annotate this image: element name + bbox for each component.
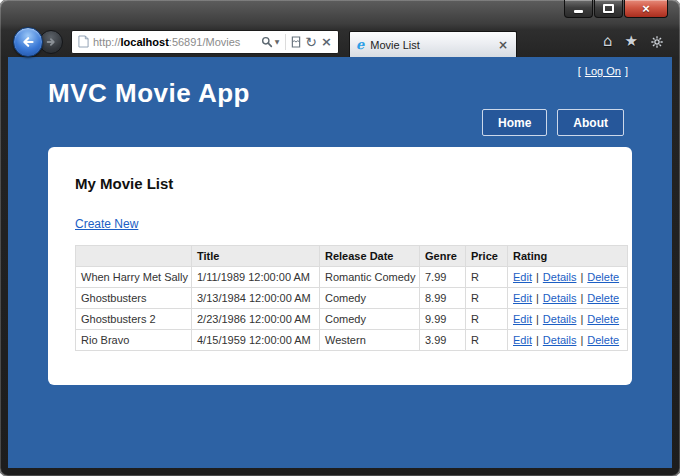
link-separator: | [536, 292, 539, 304]
link-separator: | [580, 313, 583, 325]
cell-genre: Western [320, 330, 420, 351]
browser-toolbar: http://localhost:56891/Movies ▼ ↻ × e Mo… [8, 26, 672, 57]
delete-link[interactable]: Delete [587, 292, 619, 304]
close-button[interactable]: × [624, 0, 668, 18]
cell-price: 9.99 [420, 309, 466, 330]
cell-date: 1/11/1989 12:00:00 AM [192, 267, 320, 288]
address-bar[interactable]: http://localhost:56891/Movies ▼ ↻ × [71, 30, 339, 54]
url-host: localhost [121, 36, 169, 48]
maximize-icon [603, 4, 614, 13]
page-document-icon [78, 35, 89, 48]
ie-favicon-icon: e [356, 37, 364, 52]
content-panel: My Movie List Create New Title Release D… [48, 147, 632, 385]
column-header-blank [76, 246, 192, 267]
edit-link[interactable]: Edit [513, 313, 532, 325]
cell-rating: R [466, 309, 508, 330]
link-separator: | [580, 334, 583, 346]
details-link[interactable]: Details [543, 271, 577, 283]
cell-actions: Edit|Details|Delete [508, 267, 628, 288]
tab-movie-list[interactable]: e Movie List × [349, 31, 517, 57]
page-viewport: [Log On] MVC Movie App Home About My Mov… [8, 57, 672, 468]
cell-price: 7.99 [420, 267, 466, 288]
link-separator: | [536, 313, 539, 325]
cell-actions: Edit|Details|Delete [508, 330, 628, 351]
browser-window: × http://localhost:56891/Movies ▼ [0, 0, 680, 476]
create-new-link[interactable]: Create New [75, 217, 138, 231]
logon-link[interactable]: Log On [585, 65, 621, 77]
minimize-icon [574, 10, 583, 13]
browser-action-icons: ⌂ ★ [603, 34, 664, 49]
delete-link[interactable]: Delete [587, 334, 619, 346]
cell-actions: Edit|Details|Delete [508, 309, 628, 330]
cell-genre: Comedy [320, 288, 420, 309]
table-header-row: Title Release Date Genre Price Rating [76, 246, 628, 267]
logon-area: [Log On] [578, 65, 628, 77]
cell-movie-name: Ghostbusters [76, 288, 192, 309]
main-nav: Home About [482, 109, 624, 136]
close-icon: × [642, 1, 650, 17]
app-title: MVC Movie App [48, 78, 250, 109]
maximize-button[interactable] [594, 0, 623, 18]
column-header-genre: Genre [420, 246, 466, 267]
address-bar-actions: ▼ ↻ × [259, 34, 334, 50]
link-separator: | [536, 334, 539, 346]
details-link[interactable]: Details [543, 313, 577, 325]
column-header-rating: Rating [508, 246, 628, 267]
cell-rating: R [466, 330, 508, 351]
favorites-star-icon[interactable]: ★ [625, 34, 638, 49]
cell-date: 3/13/1984 12:00:00 AM [192, 288, 320, 309]
cell-actions: Edit|Details|Delete [508, 288, 628, 309]
edit-link[interactable]: Edit [513, 334, 532, 346]
cell-movie-name: Rio Bravo [76, 330, 192, 351]
edit-link[interactable]: Edit [513, 271, 532, 283]
cell-date: 4/15/1959 12:00:00 AM [192, 330, 320, 351]
table-row: When Harry Met Sally 1/11/1989 12:00:00 … [76, 267, 628, 288]
refresh-icon[interactable]: ↻ [303, 35, 319, 49]
cell-movie-name: When Harry Met Sally [76, 267, 192, 288]
forward-arrow-icon [45, 36, 57, 48]
cell-date: 2/23/1986 12:00:00 AM [192, 309, 320, 330]
back-button[interactable] [13, 27, 43, 57]
stop-icon[interactable]: × [319, 35, 334, 48]
address-bar-divider [285, 34, 286, 50]
search-icon[interactable] [259, 36, 275, 48]
delete-link[interactable]: Delete [587, 271, 619, 283]
window-controls: × [563, 0, 668, 18]
cell-price: 8.99 [420, 288, 466, 309]
nav-about-button[interactable]: About [557, 109, 624, 136]
page-title: My Movie List [75, 175, 173, 192]
minimize-button[interactable] [564, 0, 593, 18]
delete-link[interactable]: Delete [587, 313, 619, 325]
search-dropdown-icon[interactable]: ▼ [275, 38, 283, 45]
logon-bracket-close: ] [625, 65, 628, 77]
tools-gear-icon[interactable] [650, 35, 664, 49]
cell-genre: Romantic Comedy [320, 267, 420, 288]
details-link[interactable]: Details [543, 292, 577, 304]
compatibility-view-icon[interactable] [289, 36, 303, 48]
url-path: :56891/Movies [169, 36, 241, 48]
logon-bracket-open: [ [578, 65, 581, 77]
home-icon[interactable]: ⌂ [603, 34, 613, 49]
table-row: Ghostbusters 2 2/23/1986 12:00:00 AM Com… [76, 309, 628, 330]
tab-title: Movie List [370, 39, 496, 51]
details-link[interactable]: Details [543, 334, 577, 346]
movies-table: Title Release Date Genre Price Rating Wh… [75, 245, 628, 351]
cell-price: 3.99 [420, 330, 466, 351]
table-row: Rio Bravo 4/15/1959 12:00:00 AM Western … [76, 330, 628, 351]
link-separator: | [580, 292, 583, 304]
nav-home-button[interactable]: Home [482, 109, 547, 136]
link-separator: | [536, 271, 539, 283]
tab-close-icon[interactable]: × [496, 38, 510, 52]
edit-link[interactable]: Edit [513, 292, 532, 304]
url-text: http://localhost:56891/Movies [93, 36, 256, 48]
column-header-price: Price [466, 246, 508, 267]
back-arrow-icon [20, 34, 36, 50]
link-separator: | [580, 271, 583, 283]
url-scheme: http:// [93, 36, 121, 48]
cell-movie-name: Ghostbusters 2 [76, 309, 192, 330]
cell-rating: R [466, 288, 508, 309]
cell-genre: Comedy [320, 309, 420, 330]
cell-rating: R [466, 267, 508, 288]
table-row: Ghostbusters 3/13/1984 12:00:00 AM Comed… [76, 288, 628, 309]
column-header-title: Title [192, 246, 320, 267]
